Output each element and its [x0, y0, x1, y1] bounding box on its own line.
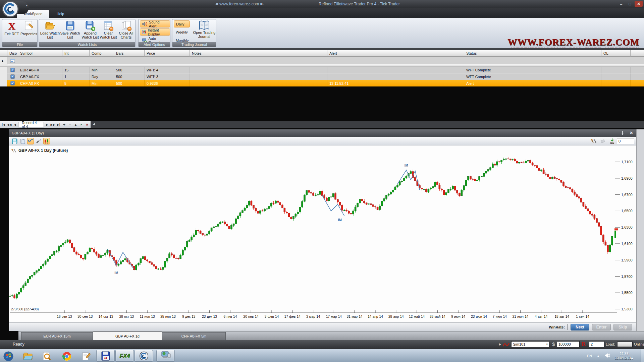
chart-save-icon[interactable] [11, 138, 18, 144]
header-alert[interactable]: Alert [327, 50, 464, 57]
series-label-row: GBP A0-FX 1 Day (Future) [11, 148, 68, 153]
step-chart-mode-icon[interactable] [35, 138, 42, 144]
clear-watch-list-button[interactable]: Clear Watch List [100, 20, 117, 39]
record-edit-button[interactable]: ▲ [73, 122, 78, 127]
sound-alert-toggle[interactable]: Sound Alert [140, 20, 170, 27]
disp-checkbox[interactable]: ✔ [7, 67, 18, 73]
app-logo-icon[interactable] [2, 1, 19, 18]
line-chart-mode-icon[interactable] [27, 138, 34, 144]
instant-display-toggle[interactable]: Instant Display [140, 28, 170, 36]
header-price[interactable]: Price [145, 50, 190, 57]
pin-icon[interactable] [620, 130, 625, 136]
header-int[interactable]: Int [62, 50, 90, 57]
min-caption: MIN [610, 142, 614, 144]
weekly-toggle[interactable]: Weekly [174, 28, 190, 36]
load-watch-list-button[interactable]: Load Watch List [40, 20, 60, 39]
disp-checkbox[interactable]: ✔ [7, 73, 18, 80]
close-all-charts-button[interactable]: Close All Charts [117, 20, 135, 39]
chart-close-icon[interactable]: ✖ [630, 131, 633, 135]
tray-expand-icon[interactable]: ▲ [597, 354, 600, 358]
open-trading-journal-button[interactable]: Open Trading Journal [193, 20, 216, 39]
table-new-row[interactable]: ▸ [0, 57, 644, 65]
tab-chf[interactable]: CHF A0-FX 5m [162, 332, 226, 340]
tools-icon[interactable] [590, 138, 597, 144]
exit-ret-button[interactable]: X Exit RET [4, 20, 20, 36]
header-ol[interactable]: OL [601, 50, 631, 57]
tab-help[interactable]: Help [51, 10, 70, 18]
header-disp[interactable]: Disp [7, 50, 18, 57]
append-watch-list-button[interactable]: Append Watch List [81, 20, 100, 39]
quantity-input[interactable]: 2 [589, 341, 604, 347]
record-delete-button[interactable]: − [67, 122, 72, 127]
table-row[interactable]: ✔ EUR A0-FX 15 Min 500 WFT: 4 WFT Comple… [0, 67, 644, 73]
table-row-selected[interactable]: ✔ CHF A0-FX 5 Min 500 0,9336 13 11:52:41… [0, 80, 644, 86]
chrome-icon[interactable] [62, 351, 72, 361]
start-button[interactable] [3, 351, 13, 361]
quick-access-arrow[interactable]: ▼ [25, 4, 28, 7]
record-accept-button[interactable]: ✔ [79, 122, 84, 127]
eraser-icon[interactable] [600, 138, 607, 144]
header-notes[interactable]: Notes [190, 50, 327, 57]
properties-button[interactable]: Properties [20, 20, 37, 36]
show-desktop-button[interactable] [641, 349, 644, 362]
language-indicator[interactable]: EN [587, 354, 592, 358]
tab-gbp-active[interactable]: GBP A0-FX 1d [93, 331, 162, 340]
header-comp[interactable]: Comp [90, 50, 114, 57]
new-row-icon-cell[interactable] [7, 57, 18, 65]
vertical-scrollbar[interactable] [636, 129, 644, 340]
clear-watch-label1: Clear [104, 31, 113, 35]
enter-button[interactable]: Enter [592, 324, 611, 330]
next-button[interactable]: Next [571, 324, 589, 330]
taskbar-floppy64-app[interactable]: 64 [96, 350, 115, 362]
maximize-button[interactable]: □ [626, 1, 634, 7]
hscrollbar-left-arrow[interactable]: ◀ [93, 122, 95, 126]
amount-value: 100000 [558, 342, 571, 346]
record-cancel-button[interactable]: ✖ [85, 122, 90, 127]
candlestick-mode-icon[interactable] [43, 138, 50, 144]
search-doc-icon[interactable] [42, 351, 52, 361]
account-select[interactable]: Sim101 ▾ [511, 341, 549, 347]
cell-filler [631, 80, 644, 86]
taskbar-ret-app[interactable] [135, 350, 153, 362]
chart-title: GBP A0-FX (1 Day) [12, 131, 44, 135]
group-caption-watch-lists: Watch Lists [39, 42, 135, 47]
record-controls: |◀ ◀◀ ◀ Record 4 of 4 ▶ ▶▶ ▶| + − ▲ ✔ ✖ [0, 121, 91, 128]
svg-text:1,5300: 1,5300 [621, 307, 633, 311]
header-symbol[interactable]: Symbol [18, 50, 62, 57]
chart-copy-icon[interactable] [19, 138, 26, 144]
ribbon-group-watch-lists: Load Watch List Save Watch List Append W… [39, 19, 136, 47]
taskbar: 64 FX4 EN ▲ 11:53 13.09.2014 [0, 349, 644, 362]
tab-eur[interactable]: EUR A0-FX 15m [21, 332, 93, 340]
disp-checkbox[interactable]: ✔ [7, 80, 18, 86]
record-next-button[interactable]: ▶ [45, 122, 50, 127]
taskbar-monitor-app[interactable] [156, 350, 175, 362]
save-watch-list-button[interactable]: Save Watch List [60, 20, 80, 39]
record-fast-prev-button[interactable]: ◀◀ [7, 122, 12, 127]
header-status[interactable]: Status [464, 50, 601, 57]
record-add-button[interactable]: + [62, 122, 67, 127]
record-navigator: |◀ ◀◀ ◀ Record 4 of 4 ▶ ▶▶ ▶| + − ▲ ✔ ✖ … [0, 121, 644, 128]
notepad-icon[interactable] [81, 351, 91, 361]
record-last-button[interactable]: ▶| [56, 122, 61, 127]
chart-body[interactable]: GBP A0-FX 1 Day (Future) 1,71001,69001,6… [9, 145, 636, 322]
chart-value-input[interactable] [617, 138, 634, 144]
price-plot[interactable]: 1,71001,69001,67001,65001,63001,61001,59… [9, 145, 636, 322]
cell-price: WFT: 4 [145, 67, 190, 73]
amount-input[interactable]: 100000 [557, 341, 580, 347]
taskbar-fx4-app[interactable]: FX4 [115, 350, 134, 362]
header-bars[interactable]: Bars [114, 50, 145, 57]
record-prev-button[interactable]: ◀ [12, 122, 17, 127]
explorer-icon[interactable] [23, 351, 33, 361]
volume-icon[interactable] [604, 353, 610, 359]
skip-button[interactable]: Skip [613, 324, 632, 330]
daily-toggle[interactable]: Daily [174, 20, 190, 27]
close-button[interactable]: ✖ [635, 1, 643, 7]
table-row[interactable]: ✔ GBP A0-FX 1 Day 500 WFT: 3 WFT Complet… [0, 73, 644, 80]
chart-title-bar[interactable]: GBP A0-FX (1 Day) ✖ [9, 129, 636, 137]
record-fast-next-button[interactable]: ▶▶ [50, 122, 55, 127]
minimize-button[interactable]: – [617, 1, 625, 7]
min-download-icon[interactable]: MIN [609, 138, 615, 144]
record-first-button[interactable]: |◀ [1, 122, 6, 127]
clock[interactable]: 11:53 13.09.2014 [615, 352, 633, 360]
cell-symbol: CHF A0-FX [18, 80, 62, 86]
